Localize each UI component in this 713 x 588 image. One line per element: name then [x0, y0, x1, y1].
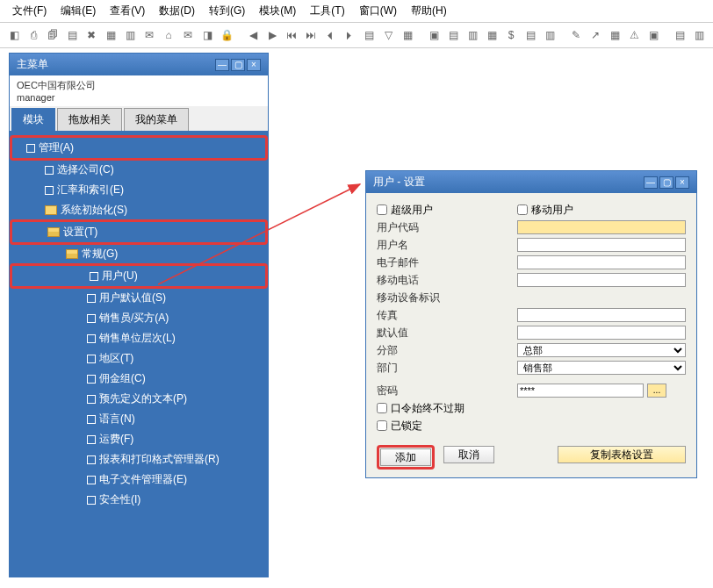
tab-drag[interactable]: 拖放相关	[57, 108, 122, 131]
toolbar-icon[interactable]: 🗐	[44, 26, 61, 44]
folder-open-icon	[47, 227, 60, 237]
toolbar-icon[interactable]: ▦	[399, 26, 416, 44]
print-icon[interactable]: ⎙	[25, 26, 42, 44]
tree-item[interactable]: 佣金组(C)	[10, 369, 268, 389]
tree-item[interactable]: 安全性(I)	[10, 490, 268, 510]
tree-label: 语言(N)	[99, 412, 135, 427]
item-icon	[45, 166, 54, 175]
toolbar-icon[interactable]: ▤	[671, 26, 688, 44]
tree-item[interactable]: 用户默认值(S)	[10, 288, 268, 308]
input-password[interactable]	[517, 384, 644, 398]
chk-neverexpire[interactable]	[377, 403, 387, 413]
tree-item[interactable]: 地区(T)	[10, 348, 268, 369]
input-username[interactable]	[517, 238, 686, 252]
toolbar-icon[interactable]: ⏭	[302, 26, 320, 44]
input-email[interactable]	[517, 255, 686, 269]
item-icon	[87, 455, 96, 464]
excel-icon[interactable]: ▦	[102, 26, 119, 44]
tree-item-admin[interactable]: 管理(A)	[10, 135, 268, 161]
select-dept[interactable]: 销售部	[517, 361, 686, 375]
minimize-icon[interactable]: —	[644, 176, 658, 189]
toolbar-icon[interactable]: ▣	[645, 26, 662, 44]
toolbar-icon[interactable]: ▤	[444, 26, 462, 44]
menu-edit[interactable]: 编辑(E)	[54, 2, 103, 20]
tab-mymenu[interactable]: 我的菜单	[124, 108, 189, 131]
tab-module[interactable]: 模块	[11, 108, 55, 131]
tree-item[interactable]: 选择公司(C)	[10, 160, 268, 180]
maximize-icon[interactable]: ▢	[659, 176, 673, 189]
toolbar-icon[interactable]: ▤	[63, 26, 81, 44]
toolbar-icon[interactable]: ✖	[83, 26, 100, 44]
input-mobile[interactable]	[517, 273, 686, 287]
toolbar-icon[interactable]: ⏴	[321, 26, 339, 44]
main-menu-panel: 主菜单 — ▢ × OEC中国有限公司 manager 模块 拖放相关 我的菜单…	[9, 53, 269, 577]
toolbar-icon[interactable]: ◨	[198, 26, 216, 44]
chk-locked[interactable]	[377, 420, 387, 431]
tree-item[interactable]: 系统初始化(S)	[10, 200, 268, 220]
toolbar-icon[interactable]: ⏮	[283, 26, 300, 44]
toolbar-icon[interactable]: ▥	[541, 26, 558, 44]
lock-icon[interactable]: 🔒	[218, 26, 235, 44]
toolbar-icon[interactable]: ◧	[5, 26, 23, 44]
menu-data[interactable]: 数据(D)	[152, 2, 202, 20]
tree-item[interactable]: 报表和打印格式管理器(R)	[10, 449, 268, 470]
edit-icon[interactable]: ✎	[567, 26, 585, 44]
copy-settings-button[interactable]: 复制表格设置	[558, 446, 686, 463]
toolbar-icon[interactable]: ▥	[121, 26, 139, 44]
toolbar-icon[interactable]: ▣	[425, 26, 443, 44]
tree-item[interactable]: 预先定义的文本(P)	[10, 389, 268, 409]
tree-item[interactable]: 设置(T)	[10, 219, 268, 245]
menu-help[interactable]: 帮助(H)	[404, 2, 454, 20]
add-button[interactable]: 添加	[380, 448, 431, 466]
select-branch[interactable]: 总部	[517, 343, 686, 357]
tree-item[interactable]: 汇率和索引(E)	[10, 180, 268, 200]
minimize-icon[interactable]: —	[215, 59, 229, 71]
chk-superuser[interactable]	[377, 204, 387, 215]
lbl-fax: 传真	[377, 308, 456, 323]
toolbar-icon[interactable]: ▥	[464, 26, 481, 44]
chk-neverexpire-label: 口令始终不过期	[391, 401, 465, 416]
menu-file[interactable]: 文件(F)	[5, 2, 54, 20]
menu-tools[interactable]: 工具(T)	[303, 2, 351, 20]
menu-view[interactable]: 查看(V)	[103, 2, 152, 20]
menu-window[interactable]: 窗口(W)	[352, 2, 404, 20]
toolbar-icon[interactable]: ⌂	[160, 26, 177, 44]
menu-goto[interactable]: 转到(G)	[202, 2, 252, 20]
tree-item[interactable]: 销售单位层次(L)	[10, 328, 268, 348]
tree-item[interactable]: 运费(F)	[10, 429, 268, 449]
toolbar-icon[interactable]: ⏵	[341, 26, 358, 44]
toolbar-icon[interactable]: ▤	[522, 26, 539, 44]
lbl-password: 密码	[377, 384, 456, 398]
password-more-button[interactable]: ...	[647, 384, 666, 398]
input-fax[interactable]	[517, 308, 686, 322]
tree-item[interactable]: 电子文件管理器(E)	[10, 470, 268, 490]
maximize-icon[interactable]: ▢	[231, 59, 245, 71]
tree-item[interactable]: 用户(U)	[10, 263, 268, 289]
toolbar-icon[interactable]: ▦	[606, 26, 623, 44]
input-usercode[interactable]	[517, 220, 686, 234]
close-icon[interactable]: ×	[675, 176, 689, 189]
chk-mobileuser[interactable]	[517, 204, 528, 215]
toolbar-icon[interactable]: ▶	[263, 26, 281, 44]
tree-item[interactable]: 语言(N)	[10, 409, 268, 429]
toolbar-icon[interactable]: ▥	[690, 26, 708, 44]
toolbar-icon[interactable]: ◀	[244, 26, 262, 44]
toolbar-icon[interactable]: ↗	[587, 26, 604, 44]
input-defaults[interactable]	[517, 326, 686, 340]
user-name: manager	[17, 92, 261, 103]
panel-title-text: 主菜单	[17, 57, 48, 72]
warning-icon[interactable]: ⚠	[625, 26, 643, 44]
menu-module[interactable]: 模块(M)	[252, 2, 303, 20]
filter-icon[interactable]: ▽	[379, 26, 397, 44]
toolbar-icon[interactable]: $	[502, 26, 520, 44]
toolbar-icon[interactable]: ▦	[483, 26, 501, 44]
toolbar-icon[interactable]: ✉	[140, 26, 158, 44]
tree-item[interactable]: 常规(G)	[10, 244, 268, 264]
toolbar-icon[interactable]: ▤	[360, 26, 378, 44]
item-icon	[45, 186, 54, 195]
cancel-button[interactable]: 取消	[443, 446, 494, 463]
toolbar-icon[interactable]: ✉	[179, 26, 197, 44]
tree-label: 选择公司(C)	[57, 162, 114, 177]
tree-item[interactable]: 销售员/买方(A)	[10, 308, 268, 328]
close-icon[interactable]: ×	[247, 59, 261, 71]
